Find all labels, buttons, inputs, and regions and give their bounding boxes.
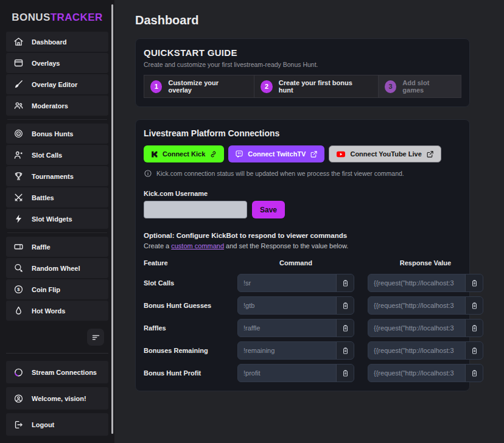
clipboard-icon bbox=[471, 347, 478, 355]
sidebar-item-raffle[interactable]: Raffle bbox=[6, 237, 108, 257]
youtube-logo-icon bbox=[336, 150, 346, 158]
sidebar-item-label: Overlay Editor bbox=[32, 81, 77, 88]
instruction-prefix: Create a bbox=[144, 242, 171, 249]
logo-text-accent: TRACKER bbox=[51, 12, 103, 23]
sidebar-item-label: Logout bbox=[32, 421, 54, 428]
feature-label: Bonus Hunt Profit bbox=[144, 369, 224, 377]
quickstart-title: QUICKSTART GUIDE bbox=[144, 47, 461, 58]
connections-title: Livestream Platform Connections bbox=[144, 128, 461, 138]
sidebar-item-stream-connections[interactable]: Stream Connections bbox=[6, 361, 108, 383]
pointer-wheel-icon bbox=[13, 263, 24, 273]
clipboard-icon bbox=[341, 302, 349, 310]
sidebar-item-overlay-editor[interactable]: Overlay Editor bbox=[6, 74, 108, 94]
feature-label: Bonuses Remaining bbox=[144, 347, 224, 354]
sidebar-collapse-row bbox=[0, 322, 114, 352]
sidebar-item-dashboard[interactable]: Dashboard bbox=[6, 32, 108, 52]
copy-command-button[interactable] bbox=[336, 319, 354, 337]
user-star-icon bbox=[13, 150, 24, 160]
connections-card: Livestream Platform Connections Connect … bbox=[135, 119, 470, 391]
kick-username-label: Kick.com Username bbox=[144, 190, 461, 197]
command-input[interactable] bbox=[238, 297, 336, 314]
save-button[interactable]: Save bbox=[252, 201, 285, 218]
command-field bbox=[237, 319, 354, 337]
app-logo: BONUSTRACKER bbox=[0, 0, 114, 32]
connect-kick-button[interactable]: Connect Kick bbox=[144, 145, 224, 162]
command-input[interactable] bbox=[238, 274, 336, 291]
sidebar-item-label: Slot Widgets bbox=[32, 215, 72, 223]
logout-icon bbox=[13, 419, 24, 430]
sidebar-item-label: Slot Calls bbox=[32, 152, 62, 159]
clipboard-icon bbox=[471, 302, 478, 310]
response-field bbox=[368, 274, 483, 292]
command-input[interactable] bbox=[238, 342, 336, 359]
sidebar-item-hot-words[interactable]: Hot Words bbox=[6, 301, 108, 321]
copy-response-button[interactable] bbox=[465, 319, 483, 337]
nav-group-divider bbox=[7, 119, 107, 120]
kick-status-info: Kick.com connection status will be updat… bbox=[144, 169, 461, 178]
command-input[interactable] bbox=[238, 365, 336, 382]
target-icon bbox=[13, 128, 24, 139]
sidebar-item-logout[interactable]: Logout bbox=[6, 413, 108, 436]
sidebar-scrollbar[interactable] bbox=[111, 4, 113, 434]
sidebar-item-label: Bonus Hunts bbox=[32, 130, 73, 138]
copy-response-button[interactable] bbox=[465, 365, 483, 382]
sidebar-item-tournaments[interactable]: Tournaments bbox=[6, 166, 108, 186]
info-icon bbox=[144, 169, 152, 178]
quickstart-step-3: 3 Add slot games bbox=[379, 75, 461, 97]
copy-response-button[interactable] bbox=[465, 297, 483, 314]
response-input[interactable] bbox=[368, 342, 465, 359]
sidebar-item-label: Hot Words bbox=[32, 307, 65, 315]
sidebar-item-coin-flip[interactable]: $ Coin Flip bbox=[6, 279, 108, 299]
coin-icon: $ bbox=[13, 284, 24, 295]
response-input[interactable] bbox=[368, 297, 465, 314]
kickbot-instruction: Create a custom command and set the Resp… bbox=[144, 242, 461, 249]
sidebar-item-battles[interactable]: Battles bbox=[6, 187, 108, 208]
svg-text:$: $ bbox=[17, 287, 20, 292]
copy-command-button[interactable] bbox=[336, 297, 354, 314]
connect-twitch-button[interactable]: Connect TwitchTV bbox=[228, 145, 324, 162]
external-link-icon bbox=[310, 150, 318, 158]
sidebar-item-label: Welcome, vision! bbox=[32, 395, 86, 402]
copy-command-button[interactable] bbox=[336, 365, 354, 382]
step-number-badge: 3 bbox=[385, 80, 396, 93]
response-input[interactable] bbox=[368, 365, 465, 382]
sidebar-item-moderators[interactable]: Moderators bbox=[6, 96, 108, 116]
sidebar-item-label: Raffle bbox=[32, 243, 51, 251]
sidebar-item-label: Random Wheel bbox=[32, 265, 80, 272]
clipboard-icon bbox=[341, 324, 349, 332]
copy-command-button[interactable] bbox=[336, 274, 354, 291]
sidebar-item-account[interactable]: Welcome, vision! bbox=[6, 387, 108, 410]
step-number-badge: 1 bbox=[150, 80, 162, 93]
connect-youtube-button[interactable]: Connect YouTube Live bbox=[329, 145, 441, 162]
sidebar-item-overlays[interactable]: Overlays bbox=[6, 53, 108, 73]
command-field bbox=[237, 274, 354, 292]
sidebar-item-label: Stream Connections bbox=[32, 369, 97, 376]
clipboard-icon bbox=[341, 369, 349, 377]
feature-label: Slot Calls bbox=[144, 279, 224, 287]
sidebar-item-slot-widgets[interactable]: Slot Widgets bbox=[6, 209, 108, 229]
twitch-logo-icon bbox=[235, 150, 243, 158]
nav-group-divider bbox=[7, 232, 107, 233]
link-icon bbox=[209, 150, 217, 158]
sidebar-item-random-wheel[interactable]: Random Wheel bbox=[6, 258, 108, 278]
kick-username-input[interactable] bbox=[144, 201, 247, 218]
response-input[interactable] bbox=[368, 274, 465, 291]
quickstart-step-2: 2 Create your first bonus hunt bbox=[254, 75, 379, 97]
custom-command-link[interactable]: custom command bbox=[171, 242, 224, 249]
kick-username-row: Save bbox=[144, 201, 461, 218]
command-input[interactable] bbox=[238, 319, 336, 337]
copy-response-button[interactable] bbox=[465, 274, 483, 291]
sidebar-collapse-button[interactable] bbox=[87, 329, 104, 346]
response-input[interactable] bbox=[368, 319, 465, 337]
instruction-suffix: and set the Response to the value below. bbox=[224, 242, 348, 249]
users-icon bbox=[13, 100, 24, 111]
page-title: Dashboard bbox=[135, 13, 504, 27]
copy-command-button[interactable] bbox=[336, 342, 354, 359]
sidebar-item-label: Coin Flip bbox=[32, 286, 60, 293]
clipboard-icon bbox=[471, 369, 478, 377]
sidebar-item-slot-calls[interactable]: Slot Calls bbox=[6, 145, 108, 165]
clipboard-icon bbox=[471, 324, 478, 332]
sidebar-item-bonus-hunts[interactable]: Bonus Hunts bbox=[6, 124, 108, 144]
copy-response-button[interactable] bbox=[465, 342, 483, 359]
response-field bbox=[368, 319, 483, 337]
